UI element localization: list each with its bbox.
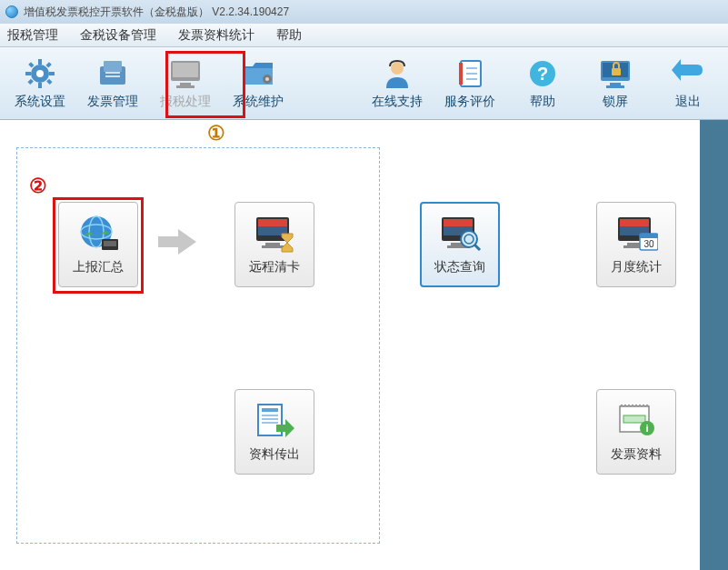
toolbar-label: 帮助 xyxy=(530,94,555,110)
toolbar-help[interactable]: ? 帮助 xyxy=(506,49,579,118)
notebook-icon xyxy=(452,57,488,90)
window-title: 增值税发票税控开票软件（金税盘版） V2.2.34.190427 xyxy=(24,5,289,20)
toolbar-label: 在线支持 xyxy=(372,94,423,110)
monitor-hourglass-icon xyxy=(253,214,296,254)
svg-rect-31 xyxy=(606,85,624,88)
toolbar-label: 系统维护 xyxy=(233,94,284,110)
btn-invoice-data[interactable]: i 发票资料 xyxy=(596,389,676,475)
svg-rect-3 xyxy=(38,83,42,88)
svg-rect-16 xyxy=(180,83,191,85)
svg-rect-4 xyxy=(25,72,31,75)
svg-point-19 xyxy=(265,77,269,81)
folder-gear-icon xyxy=(240,57,276,90)
title-bar: 增值税发票税控开票软件（金税盘版） V2.2.34.190427 xyxy=(0,0,728,24)
annotation-marker-2: ② xyxy=(29,175,47,198)
icon-label: 资料传出 xyxy=(249,446,300,463)
back-arrow-icon xyxy=(670,57,706,90)
toolbar-invoice-mgmt[interactable]: 发票管理 xyxy=(76,49,149,118)
btn-remote-clear[interactable]: 远程清卡 xyxy=(234,202,314,287)
svg-rect-65 xyxy=(623,415,645,423)
document-box-icon xyxy=(95,57,131,90)
toolbar-label: 发票管理 xyxy=(87,94,138,110)
icon-label: 发票资料 xyxy=(611,446,662,463)
btn-data-export[interactable]: 资料传出 xyxy=(234,389,314,475)
svg-rect-7 xyxy=(46,78,52,84)
btn-monthly-stats[interactable]: 30 月度统计 xyxy=(596,202,676,287)
globe-icon xyxy=(76,214,120,254)
menu-bar: 报税管理 金税设备管理 发票资料统计 帮助 xyxy=(0,24,728,47)
svg-rect-2 xyxy=(38,59,42,65)
toolbar-label: 退出 xyxy=(675,94,701,110)
svg-rect-30 xyxy=(610,83,621,85)
monitor-search-icon xyxy=(438,214,482,254)
svg-text:30: 30 xyxy=(643,239,654,249)
svg-rect-9 xyxy=(27,78,33,84)
btn-status-query[interactable]: 状态查询 xyxy=(420,202,500,287)
svg-point-1 xyxy=(36,70,44,77)
toolbar-sys-maint[interactable]: 系统维护 xyxy=(222,49,294,118)
svg-line-55 xyxy=(474,245,480,250)
icon-label: 月度统计 xyxy=(611,259,662,275)
menu-tax-mgmt[interactable]: 报税管理 xyxy=(7,27,58,44)
monitor-icon xyxy=(167,57,204,90)
toolbar-label: 锁屏 xyxy=(603,94,628,110)
svg-point-20 xyxy=(391,62,404,75)
icon-label: 上报汇总 xyxy=(73,259,124,275)
svg-rect-12 xyxy=(105,72,120,74)
toolbar-label: 服务评价 xyxy=(444,94,495,110)
svg-rect-62 xyxy=(640,234,658,238)
toolbar: 系统设置 发票管理 报税处理 系统维护 xyxy=(0,47,728,120)
svg-rect-17 xyxy=(176,85,194,88)
content-left: 上报汇总 远程清卡 资料传出 xyxy=(0,120,700,570)
toolbar-label: 系统设置 xyxy=(15,94,65,110)
menu-invoice-stats[interactable]: 发票资料统计 xyxy=(178,27,254,44)
toolbar-label: 报税处理 xyxy=(160,94,211,110)
btn-report-summary[interactable]: 上报汇总 xyxy=(58,202,138,287)
arrow-icon xyxy=(155,224,200,260)
toolbar-online-support[interactable]: 在线支持 xyxy=(361,49,434,118)
toolbar-exit[interactable]: 退出 xyxy=(652,49,724,118)
svg-text:i: i xyxy=(645,423,648,434)
svg-rect-6 xyxy=(28,62,34,67)
svg-rect-8 xyxy=(45,62,51,67)
toolbar-tax-process[interactable]: 报税处理 xyxy=(149,49,222,118)
document-export-icon xyxy=(253,401,296,441)
menu-help[interactable]: 帮助 xyxy=(276,27,302,44)
svg-rect-11 xyxy=(104,61,122,72)
svg-rect-32 xyxy=(612,68,621,75)
monitor-calendar-icon: 30 xyxy=(614,214,658,254)
gear-icon xyxy=(22,57,58,90)
svg-rect-13 xyxy=(105,75,120,77)
svg-rect-44 xyxy=(262,408,278,412)
svg-rect-22 xyxy=(459,63,463,85)
svg-rect-37 xyxy=(104,241,116,246)
lock-screen-icon xyxy=(597,57,633,90)
support-person-icon xyxy=(379,57,415,90)
help-icon: ? xyxy=(524,57,561,90)
svg-rect-42 xyxy=(262,245,284,248)
toolbar-sys-settings[interactable]: 系统设置 xyxy=(4,49,76,118)
svg-rect-41 xyxy=(265,243,280,245)
svg-text:?: ? xyxy=(537,64,548,84)
svg-rect-15 xyxy=(173,63,198,77)
toolbar-lock[interactable]: 锁屏 xyxy=(579,49,652,118)
menu-device-mgmt[interactable]: 金税设备管理 xyxy=(80,27,156,44)
receipt-info-icon: i xyxy=(614,401,658,441)
app-icon xyxy=(5,5,18,18)
icon-label: 状态查询 xyxy=(434,259,485,275)
svg-rect-5 xyxy=(49,72,55,75)
annotation-marker-1: ① xyxy=(207,122,225,145)
content-right-strip xyxy=(700,120,728,570)
toolbar-service-rating[interactable]: 服务评价 xyxy=(434,49,506,118)
icon-label: 远程清卡 xyxy=(249,259,300,275)
content-area: 上报汇总 远程清卡 资料传出 xyxy=(0,120,728,570)
